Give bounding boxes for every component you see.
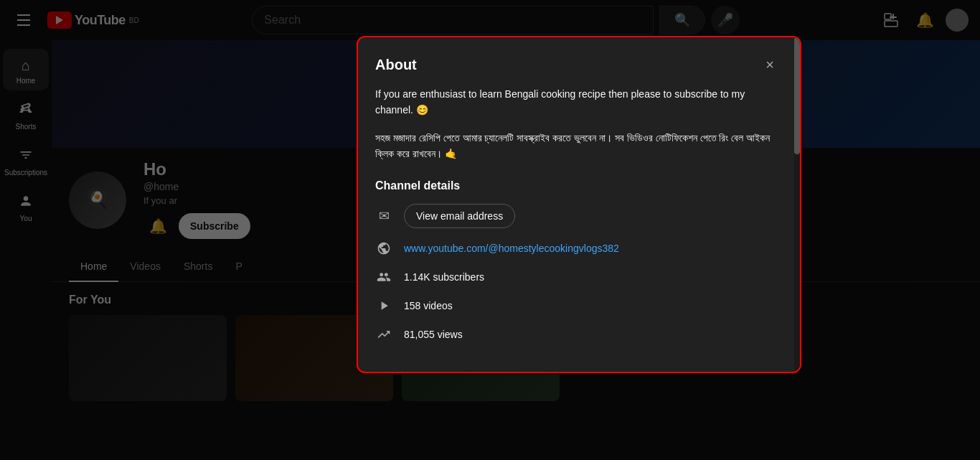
views-count: 81,055 views xyxy=(404,329,463,340)
modal-header: About × xyxy=(358,37,800,86)
modal-description-en: If you are enthusiast to learn Bengali c… xyxy=(375,86,783,118)
views-row: 81,055 views xyxy=(375,326,783,343)
modal-description-bengali: সহজ মজাদার রেসিপি পেতে আমার চ্যানেলটি সা… xyxy=(375,130,783,162)
subscribers-icon xyxy=(375,268,392,286)
view-email-button[interactable]: View email address xyxy=(404,204,515,228)
videos-count: 158 videos xyxy=(404,300,453,311)
videos-icon xyxy=(375,297,392,314)
views-icon xyxy=(375,326,392,343)
modal-body: If you are enthusiast to learn Bengali c… xyxy=(358,86,800,372)
website-url[interactable]: www.youtube.com/@homestylecookingvlogs38… xyxy=(404,243,619,254)
modal-title: About xyxy=(375,57,417,73)
about-modal: About × If you are enthusiast to learn B… xyxy=(357,36,801,373)
email-row: ✉ View email address xyxy=(375,204,783,228)
website-icon xyxy=(375,240,392,257)
modal-close-button[interactable]: × xyxy=(757,52,783,78)
email-icon: ✉ xyxy=(375,207,392,225)
subscribers-row: 1.14K subscribers xyxy=(375,268,783,286)
channel-details-heading: Channel details xyxy=(375,179,783,192)
modal-scrollbar-thumb xyxy=(794,37,800,154)
modal-scrollbar[interactable] xyxy=(794,37,800,372)
website-row: www.youtube.com/@homestylecookingvlogs38… xyxy=(375,240,783,257)
subscribers-count: 1.14K subscribers xyxy=(404,271,484,283)
videos-row: 158 videos xyxy=(375,297,783,314)
